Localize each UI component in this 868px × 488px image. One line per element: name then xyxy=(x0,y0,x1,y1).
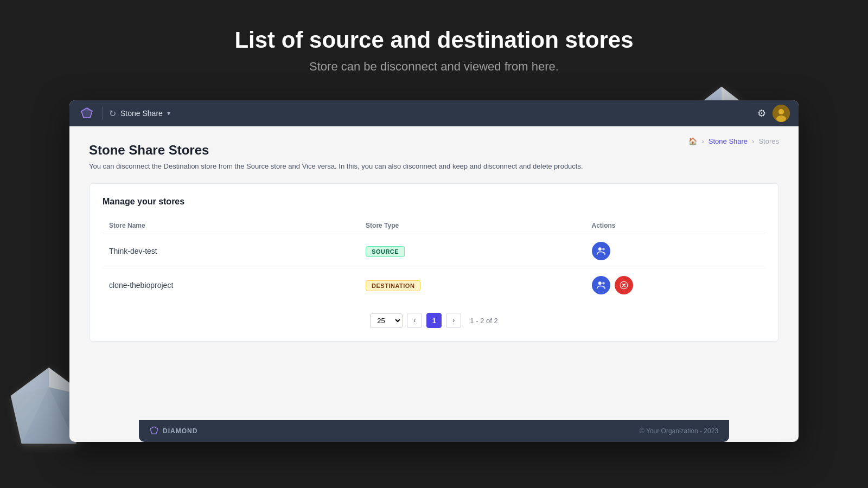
svg-marker-11 xyxy=(22,387,76,444)
app-window: ↻ Stone Share ▾ ⚙ 🏠 › Stone Share › Stor… xyxy=(69,100,799,442)
footer-brand: DIAMOND xyxy=(163,427,197,435)
store-actions-cell xyxy=(585,234,765,268)
store-type-badge: SOURCE xyxy=(366,246,405,257)
store-type-cell: DESTINATION xyxy=(359,268,585,303)
svg-point-17 xyxy=(778,109,784,114)
svg-marker-8 xyxy=(11,368,49,396)
page-title: Stone Share Stores xyxy=(89,143,779,158)
svg-point-20 xyxy=(602,248,605,251)
page-header: List of source and destination stores St… xyxy=(0,0,868,90)
breadcrumb-link[interactable]: Stone Share xyxy=(709,137,748,145)
nav-bar: ↻ Stone Share ▾ ⚙ xyxy=(69,100,799,126)
card-title: Manage your stores xyxy=(103,197,765,207)
breadcrumb-sep-1: › xyxy=(701,137,704,145)
nav-store-name: Stone Share xyxy=(120,109,163,118)
stores-card: Manage your stores Store Name Store Type… xyxy=(89,183,779,342)
nav-divider xyxy=(102,107,103,120)
nav-store-selector[interactable]: ↻ Stone Share ▾ xyxy=(109,108,170,119)
svg-point-18 xyxy=(776,115,786,122)
store-name-cell: Think-dev-test xyxy=(103,234,359,268)
nav-logo-icon xyxy=(78,105,95,122)
store-type-badge: DESTINATION xyxy=(366,280,420,291)
chevron-down-icon: ▾ xyxy=(167,110,170,117)
current-page[interactable]: 1 xyxy=(426,313,442,328)
table-row: Think-dev-testSOURCE xyxy=(103,234,765,268)
page-description: You can disconnect the Destination store… xyxy=(89,162,779,170)
prev-page-button[interactable]: ‹ xyxy=(407,313,422,328)
footer-copyright: © Your Organization - 2023 xyxy=(640,427,718,435)
table-row: clone-thebioprojectDESTINATION xyxy=(103,268,765,303)
manage-store-button[interactable] xyxy=(592,276,610,294)
footer-logo-icon xyxy=(150,426,158,436)
breadcrumb-home-icon[interactable]: 🏠 xyxy=(688,137,697,145)
stores-table: Store Name Store Type Actions Think-dev-… xyxy=(103,217,765,302)
store-type-cell: SOURCE xyxy=(359,234,585,268)
per-page-select[interactable]: 25 50 100 xyxy=(370,313,403,328)
store-name-cell: clone-thebioproject xyxy=(103,268,359,303)
svg-point-22 xyxy=(602,282,605,285)
svg-marker-10 xyxy=(11,387,49,444)
disconnect-store-button[interactable] xyxy=(615,276,633,294)
page-subheading: Store can be disconnect and viewed from … xyxy=(11,60,857,74)
col-header-type: Store Type xyxy=(359,217,585,234)
svg-point-19 xyxy=(598,247,601,251)
avatar xyxy=(773,105,790,122)
pagination-info: 1 - 2 of 2 xyxy=(470,317,497,325)
pagination: 25 50 100 ‹ 1 › 1 - 2 of 2 xyxy=(103,313,765,328)
svg-marker-24 xyxy=(150,427,158,434)
manage-store-button[interactable] xyxy=(592,242,610,260)
svg-point-21 xyxy=(598,281,601,285)
next-page-button[interactable]: › xyxy=(446,313,461,328)
app-footer: DIAMOND © Your Organization - 2023 xyxy=(139,420,729,442)
page-heading: List of source and destination stores xyxy=(11,27,857,53)
breadcrumb-current: Stores xyxy=(758,137,779,145)
breadcrumb-sep-2: › xyxy=(752,137,754,145)
main-content: 🏠 › Stone Share › Stores Stone Share Sto… xyxy=(69,126,799,373)
col-header-actions: Actions xyxy=(585,217,765,234)
settings-icon[interactable]: ⚙ xyxy=(757,107,766,119)
col-header-name: Store Name xyxy=(103,217,359,234)
store-actions-cell xyxy=(585,268,765,303)
refresh-icon: ↻ xyxy=(109,108,116,119)
